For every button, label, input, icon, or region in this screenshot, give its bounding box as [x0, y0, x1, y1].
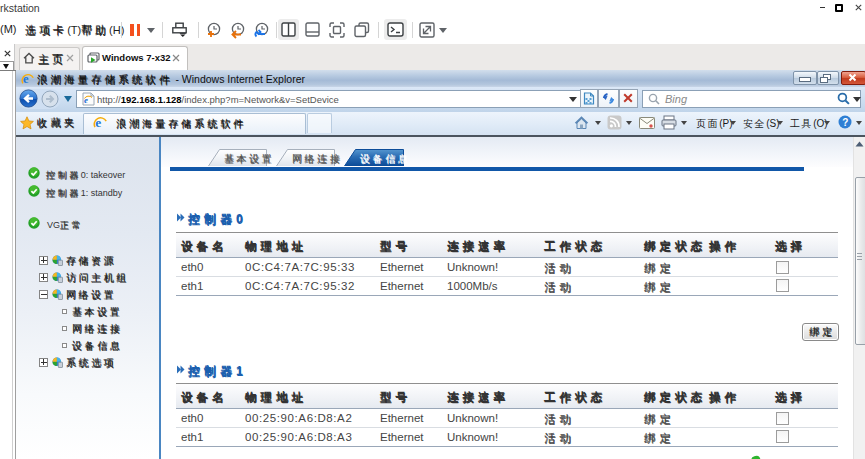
- svg-text:?: ?: [842, 117, 848, 128]
